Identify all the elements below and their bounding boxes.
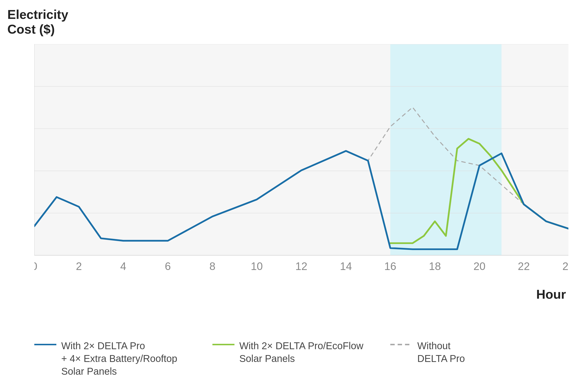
chart-area: Off-Peak $ On-Peak $$ Off-Peak $ 0 2 4 6… xyxy=(34,44,568,282)
legend-item-delta-pro: With 2× DELTA Pro + 4× Extra Battery/Roo… xyxy=(34,340,212,378)
x-tick-8: 8 xyxy=(210,260,215,272)
legend-item-without-delta: Without DELTA Pro xyxy=(390,340,568,365)
off-peak-left-bg xyxy=(34,44,390,255)
y-axis-title: Electricity Cost ($) xyxy=(7,7,68,37)
legend-area: With 2× DELTA Pro + 4× Extra Battery/Roo… xyxy=(34,340,568,378)
x-tick-6: 6 xyxy=(165,260,171,272)
off-peak-right-bg xyxy=(502,44,568,255)
legend-item-ecoflow: With 2× DELTA Pro/EcoFlow Solar Panels xyxy=(212,340,391,365)
x-tick-10: 10 xyxy=(251,260,263,272)
legend-line-lime xyxy=(212,344,234,345)
legend-label-delta-pro: With 2× DELTA Pro + 4× Extra Battery/Roo… xyxy=(61,340,177,378)
x-tick-2: 2 xyxy=(76,260,82,272)
x-tick-0: 0 xyxy=(34,260,37,272)
x-tick-20: 20 xyxy=(474,260,485,272)
x-tick-4: 4 xyxy=(120,260,126,272)
x-tick-14: 14 xyxy=(340,260,352,272)
x-tick-22: 22 xyxy=(518,260,530,272)
legend-line-gray-dash xyxy=(390,344,412,345)
legend-label-without-delta: Without DELTA Pro xyxy=(417,340,465,365)
x-tick-16: 16 xyxy=(384,260,397,272)
x-axis-title: Hour xyxy=(536,287,566,302)
chart-svg: Off-Peak $ On-Peak $$ Off-Peak $ 0 2 4 6… xyxy=(34,44,568,282)
x-tick-24: 24 xyxy=(563,260,568,272)
chart-container: Electricity Cost ($) Hour xyxy=(0,0,588,385)
legend-label-ecoflow: With 2× DELTA Pro/EcoFlow Solar Panels xyxy=(239,340,363,365)
x-tick-18: 18 xyxy=(429,260,441,272)
legend-line-dark-blue xyxy=(34,344,56,345)
x-tick-12: 12 xyxy=(295,260,308,272)
